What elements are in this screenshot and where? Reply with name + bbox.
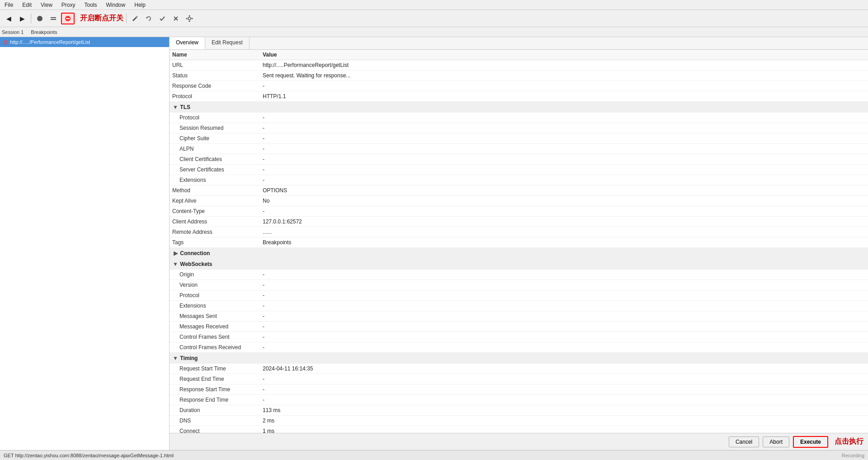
table-row: StatusSent request. Waiting for response…: [170, 71, 868, 81]
tab-overview[interactable]: Overview: [170, 37, 205, 49]
section-header-cell: ▼ TLS: [170, 102, 868, 113]
stream-button[interactable]: [47, 13, 59, 24]
svg-point-12: [192, 18, 193, 19]
table-row: Duration113 ms: [170, 405, 868, 416]
table-row: ▼ TLS: [170, 102, 868, 113]
breakpoints-label: Breakpoints: [31, 29, 57, 35]
svg-point-0: [37, 16, 42, 21]
field-name: Response Code: [170, 81, 260, 91]
svg-point-9: [189, 15, 190, 16]
field-name: Duration: [170, 405, 260, 416]
table-row: URLhttp://.....PerformanceReport/getList: [170, 60, 868, 71]
table-row: Extensions-: [170, 175, 868, 185]
forward-button[interactable]: ▶: [16, 13, 28, 24]
toolbar-separator-2: [126, 14, 127, 24]
svg-point-10: [189, 20, 190, 22]
field-value: HTTP/1.1: [260, 91, 868, 102]
field-value: -: [260, 290, 868, 301]
table-row: Response Code-: [170, 81, 868, 91]
field-value: Breakpoints: [260, 237, 868, 248]
expand-icon[interactable]: ▼: [172, 260, 179, 268]
table-row: Connect1 ms: [170, 426, 868, 433]
menu-window[interactable]: Window: [104, 1, 128, 9]
table-row: Messages Sent-: [170, 311, 868, 322]
table-row: Request End Time-: [170, 374, 868, 384]
back-button[interactable]: ◀: [3, 13, 14, 24]
menu-proxy[interactable]: Proxy: [59, 1, 78, 9]
field-value: No: [260, 196, 868, 206]
field-value: 2 ms: [260, 416, 868, 426]
table-row: Server Certificates-: [170, 165, 868, 175]
field-value: -: [260, 133, 868, 144]
status-recording: Recording: [842, 453, 864, 458]
field-name: ALPN: [170, 144, 260, 154]
field-name: DNS: [170, 416, 260, 426]
field-value: -: [260, 322, 868, 332]
section-name: Timing: [179, 355, 198, 361]
table-row: Version-: [170, 280, 868, 290]
svg-point-8: [188, 17, 191, 20]
menu-edit[interactable]: Edit: [19, 1, 34, 9]
svg-rect-1: [51, 17, 56, 18]
menu-file[interactable]: File: [2, 1, 16, 9]
table-row: Client Certificates-: [170, 154, 868, 165]
field-name: Session Resumed: [170, 123, 260, 133]
session-label: Session 1: [2, 29, 24, 35]
menu-view[interactable]: View: [38, 1, 55, 9]
table-row: DNS2 ms: [170, 416, 868, 426]
request-item[interactable]: ⊗ http://...../PerformanceReport/getList: [0, 37, 169, 47]
field-name: Client Certificates: [170, 154, 260, 165]
table-row: ▼ Timing: [170, 353, 868, 364]
field-name: Content-Type: [170, 206, 260, 217]
abort-button[interactable]: Abort: [763, 436, 789, 447]
check-button[interactable]: [156, 13, 168, 24]
section-name: TLS: [179, 104, 190, 110]
field-value: 127.0.0.1:62572: [260, 217, 868, 227]
intercept-toggle-button[interactable]: [61, 13, 75, 24]
svg-rect-2: [51, 19, 56, 20]
expand-icon[interactable]: ▼: [172, 354, 179, 362]
tab-edit-request[interactable]: Edit Request: [205, 37, 250, 49]
field-name: Protocol: [170, 290, 260, 301]
toolbar: ◀ ▶ 开启断点开关: [0, 10, 868, 27]
brush-button[interactable]: [129, 13, 141, 24]
settings-button[interactable]: [184, 13, 195, 24]
table-row: Origin-: [170, 270, 868, 280]
table-row: MethodOPTIONS: [170, 185, 868, 196]
bottom-bar: Cancel Abort Execute 点击执行: [170, 433, 868, 450]
field-name: Cipher Suite: [170, 133, 260, 144]
table-row: Request Start Time2024-04-11 16:14:35: [170, 364, 868, 374]
record-button[interactable]: [34, 13, 46, 24]
section-header-cell: ▼ WebSockets: [170, 259, 868, 270]
undo-button[interactable]: [143, 13, 155, 24]
menu-tools[interactable]: Tools: [82, 1, 100, 9]
right-panel: Overview Edit Request Name Value URLhttp…: [170, 37, 868, 450]
table-row: Protocol-: [170, 113, 868, 123]
table-row: Response End Time-: [170, 395, 868, 405]
field-value: ......: [260, 227, 868, 237]
session-bar: Session 1 Breakpoints: [0, 27, 868, 37]
stop-button[interactable]: [170, 13, 182, 24]
field-name: Origin: [170, 270, 260, 280]
field-name: Request Start Time: [170, 364, 260, 374]
field-name: Extensions: [170, 301, 260, 311]
field-value: -: [260, 395, 868, 405]
field-value: -: [260, 384, 868, 395]
expand-icon[interactable]: ▼: [172, 103, 179, 111]
field-name: Extensions: [170, 175, 260, 185]
field-name: URL: [170, 60, 260, 71]
expand-icon[interactable]: ▶: [172, 249, 179, 257]
section-name: Connection: [179, 250, 210, 256]
field-name: Client Address: [170, 217, 260, 227]
cancel-button[interactable]: Cancel: [729, 436, 759, 447]
execute-button[interactable]: Execute: [793, 436, 828, 448]
field-value: -: [260, 144, 868, 154]
table-row: Remote Address......: [170, 227, 868, 237]
menu-help[interactable]: Help: [132, 1, 148, 9]
field-value: 1 ms: [260, 426, 868, 433]
main-area: ⊗ http://...../PerformanceReport/getList…: [0, 37, 868, 450]
table-row: ▶ Connection: [170, 248, 868, 259]
table-row: Kept AliveNo: [170, 196, 868, 206]
field-value: -: [260, 175, 868, 185]
field-value: -: [260, 154, 868, 165]
